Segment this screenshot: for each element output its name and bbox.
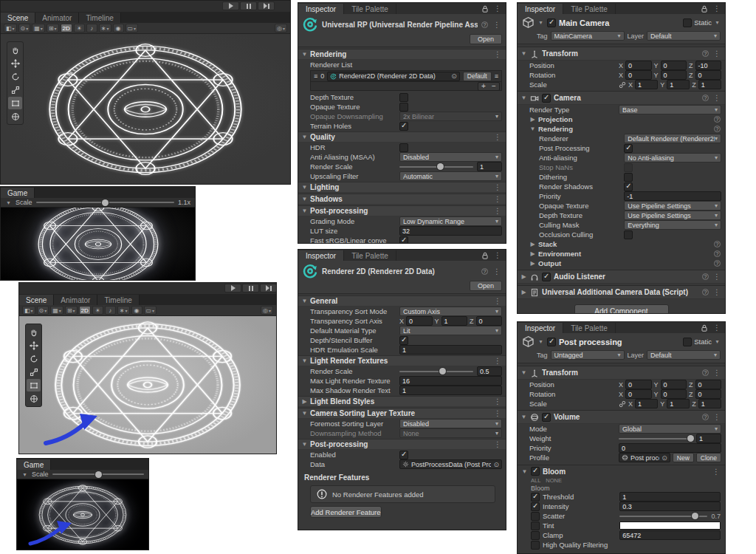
move-tool[interactable]: [8, 57, 22, 69]
kebab-menu-icon[interactable]: ⋮: [492, 207, 503, 215]
scene-visibility[interactable]: ◉: [113, 24, 124, 33]
icon-dropdown-icon[interactable]: ▾: [537, 19, 544, 26]
override-checkbox[interactable]: [531, 502, 540, 511]
foldout-arrow-icon[interactable]: ▼: [301, 298, 308, 304]
audio-toggle[interactable]: ♪: [105, 306, 116, 315]
clone-button[interactable]: Clone: [696, 453, 721, 462]
tool-settings[interactable]: ◧▾: [4, 24, 17, 33]
dropdown[interactable]: Everything: [624, 220, 721, 230]
vector-field-x[interactable]: 0: [406, 316, 432, 326]
kebab-menu-icon[interactable]: ⋮: [492, 267, 502, 276]
foldout-projection[interactable]: ▶Projection?: [518, 114, 725, 124]
rect-tool[interactable]: [8, 97, 22, 109]
vector-field-z[interactable]: 1: [698, 80, 721, 89]
kebab-menu-icon[interactable]: ⋮: [712, 94, 722, 102]
override-enabled-checkbox[interactable]: [531, 467, 540, 476]
step-button[interactable]: [258, 1, 275, 10]
tag-dropdown[interactable]: Untagged: [551, 350, 625, 360]
kebab-menu-icon[interactable]: ⋮: [492, 397, 503, 406]
override-checkbox[interactable]: [531, 521, 540, 530]
vector-field-y[interactable]: 1: [667, 399, 690, 408]
object-picker-icon[interactable]: ⊙: [662, 454, 667, 462]
foldout-arrow-icon[interactable]: ▼: [301, 441, 308, 448]
help-icon[interactable]: ?: [702, 273, 709, 280]
pause-button[interactable]: [240, 1, 257, 10]
dropdown[interactable]: Default Renderer (Renderer2D): [624, 134, 721, 143]
gizmos-menu[interactable]: ◎▾: [275, 24, 287, 33]
foldout-arrow-icon[interactable]: ▼: [529, 126, 536, 132]
pause-button[interactable]: [242, 284, 259, 293]
audio-toggle[interactable]: ♪: [86, 24, 97, 33]
kebab-menu-icon[interactable]: ⋮: [492, 297, 503, 305]
foldout-arrow-icon[interactable]: ▶: [529, 241, 536, 247]
move-tool[interactable]: [27, 339, 41, 352]
help-icon[interactable]: ?: [702, 50, 709, 57]
transform-tool[interactable]: [27, 392, 41, 405]
override-checkbox[interactable]: [531, 512, 540, 521]
text-field[interactable]: 1: [399, 345, 502, 355]
vector-field-y[interactable]: 1: [441, 316, 467, 326]
help-icon[interactable]: ?: [714, 126, 721, 132]
dropdown[interactable]: Disabled: [399, 152, 502, 162]
checkbox[interactable]: [399, 451, 408, 459]
new-button[interactable]: New: [673, 453, 694, 462]
kebab-menu-icon[interactable]: ⋮: [712, 413, 722, 421]
dropdown[interactable]: Use Pipeline Settings: [624, 211, 721, 220]
component-enabled-checkbox[interactable]: [542, 94, 551, 103]
kebab-menu-icon[interactable]: ⋮: [712, 369, 722, 377]
slider-knob[interactable]: [439, 368, 446, 375]
vector-field-z[interactable]: 1: [698, 399, 721, 408]
layer-dropdown[interactable]: Default: [647, 31, 721, 41]
static-checkbox[interactable]: [683, 18, 692, 27]
text-field[interactable]: -1: [624, 191, 721, 201]
camera-menu[interactable]: ▭▾: [126, 24, 139, 33]
tab-inspector[interactable]: Inspector: [298, 250, 344, 261]
override-checkbox[interactable]: [531, 531, 540, 540]
vector-field-x[interactable]: 0: [625, 70, 651, 80]
tag-dropdown[interactable]: MainCamera: [551, 31, 625, 41]
lighting-toggle[interactable]: ☀: [74, 24, 85, 33]
text-field[interactable]: 0.3: [619, 502, 721, 511]
row-menu-icon[interactable]: ≡: [495, 72, 498, 80]
text-field[interactable]: 0: [619, 443, 721, 453]
foldout-arrow-icon[interactable]: ▼: [301, 51, 308, 58]
slider-value-field[interactable]: 1: [696, 434, 721, 443]
slider-knob[interactable]: [692, 513, 698, 519]
tab-inspector[interactable]: Inspector: [518, 323, 563, 333]
foldout-arrow-icon[interactable]: ▼: [301, 208, 308, 214]
lighting-toggle[interactable]: ☀: [92, 306, 103, 315]
gizmos-menu[interactable]: ◎▾: [261, 306, 273, 315]
kebab-menu-icon[interactable]: ⋮: [712, 288, 722, 296]
play-button[interactable]: [222, 1, 239, 10]
effects-toggle[interactable]: ∗▾: [99, 24, 111, 33]
open-button[interactable]: Open: [470, 281, 502, 291]
checkbox[interactable]: [399, 143, 408, 152]
add-item-button[interactable]: +: [478, 83, 489, 90]
renderer-object-field[interactable]: Renderer2D (Renderer 2D Data)⊙: [327, 72, 460, 81]
help-icon[interactable]: ?: [702, 95, 709, 101]
kebab-menu-icon[interactable]: ⋮: [492, 133, 503, 141]
aspect-dropdown-icon[interactable]: ▾: [21, 471, 28, 478]
tab-game[interactable]: Game: [1, 188, 35, 198]
help-icon[interactable]: ?: [702, 369, 709, 376]
vector-field-y[interactable]: 0: [661, 380, 687, 389]
remove-item-button[interactable]: −: [489, 83, 499, 90]
kebab-menu-icon[interactable]: ⋮: [712, 273, 722, 281]
foldout-arrow-icon[interactable]: ▼: [301, 358, 308, 364]
foldout-arrow-icon[interactable]: ▶: [529, 260, 536, 267]
icon-dropdown-icon[interactable]: ▾: [537, 338, 544, 345]
tab-scene[interactable]: Scene: [19, 295, 54, 305]
kebab-menu-icon[interactable]: ⋮: [712, 324, 722, 332]
scale-slider[interactable]: [36, 202, 174, 203]
slider-value-field[interactable]: 0.5: [477, 366, 502, 376]
help-icon[interactable]: ?: [702, 414, 709, 420]
kebab-menu-icon[interactable]: ⋮: [492, 4, 503, 13]
tool-settings[interactable]: ◧▾: [22, 306, 35, 315]
checkbox[interactable]: [399, 93, 408, 102]
active-checkbox[interactable]: [547, 338, 556, 346]
kebab-menu-icon[interactable]: ⋮: [712, 4, 722, 13]
scene-visibility[interactable]: ◉: [131, 306, 142, 315]
vector-field-x[interactable]: 0: [625, 389, 651, 399]
layer-dropdown[interactable]: Default: [647, 350, 721, 360]
foldout-arrow-icon[interactable]: ▶: [520, 289, 527, 295]
